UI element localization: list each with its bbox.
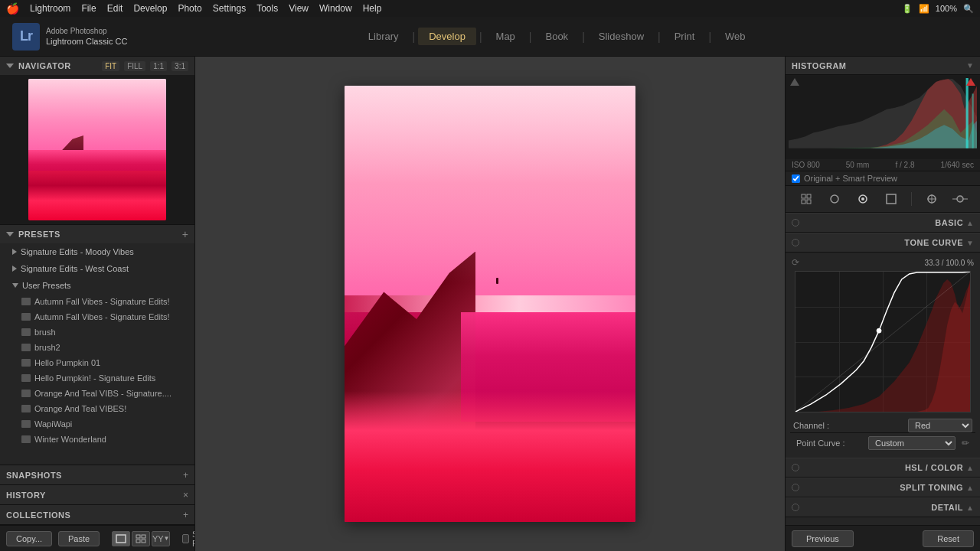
copy-button[interactable]: Copy... bbox=[6, 531, 52, 546]
adjustment-brush-tool[interactable] bbox=[923, 191, 940, 207]
nav-tabs: Library | Develop | Map | Book | Slidesh… bbox=[145, 28, 968, 45]
tone-curve-collapse-dot[interactable] bbox=[792, 239, 799, 246]
main-layout: Navigator FIT FILL 1:1 3:1 bbox=[0, 57, 980, 551]
collections-add-btn[interactable]: + bbox=[183, 510, 188, 520]
presets-header[interactable]: Presets + bbox=[0, 225, 194, 243]
zoom-3-1[interactable]: 3:1 bbox=[172, 61, 188, 71]
shutter-value: 1/640 sec bbox=[941, 161, 974, 169]
zoom-fill[interactable]: FILL bbox=[124, 61, 145, 71]
smart-preview-checkbox[interactable] bbox=[792, 174, 800, 183]
list-item[interactable]: brush2 bbox=[0, 340, 194, 355]
tab-develop[interactable]: Develop bbox=[418, 28, 476, 45]
preset-group-moody-label: Signature Edits - Moody Vibes bbox=[21, 247, 134, 256]
tone-curve-toggle[interactable]: ▼ bbox=[966, 239, 974, 247]
spot-removal-tool[interactable] bbox=[826, 191, 843, 207]
history-header[interactable]: History × bbox=[0, 485, 194, 505]
hsl-section-header[interactable]: HSL / Color ▲ bbox=[786, 458, 980, 478]
menu-file[interactable]: File bbox=[81, 3, 96, 14]
histogram-dropdown-icon[interactable]: ▼ bbox=[966, 61, 974, 70]
navigator-header[interactable]: Navigator FIT FILL 1:1 3:1 bbox=[0, 57, 194, 75]
zoom-1-1[interactable]: 1:1 bbox=[150, 61, 167, 71]
tab-slideshow[interactable]: Slideshow bbox=[588, 28, 655, 45]
nav-sep-4: | bbox=[582, 31, 585, 43]
highlight-clip-icon[interactable] bbox=[966, 78, 975, 86]
crop-overlay-tool[interactable] bbox=[883, 191, 900, 207]
menu-lightroom[interactable]: Lightroom bbox=[30, 3, 70, 14]
hsl-section-toggle[interactable]: ▲ bbox=[966, 464, 974, 472]
list-item[interactable]: Autumn Fall Vibes - Signature Edits! bbox=[0, 309, 194, 324]
point-curve-select[interactable]: Custom Linear Medium Contrast Strong Con… bbox=[868, 436, 956, 450]
menu-settings[interactable]: Settings bbox=[213, 3, 246, 14]
reset-button[interactable]: Reset bbox=[923, 530, 974, 547]
list-item[interactable]: Hello Pumpkin! - Signature Edits bbox=[0, 370, 194, 386]
tone-curve-point-tool[interactable] bbox=[952, 191, 969, 207]
list-item[interactable]: Orange And Teal VIBS - Signature.... bbox=[0, 386, 194, 401]
split-toning-toggle[interactable]: ▲ bbox=[966, 484, 974, 492]
menu-view[interactable]: View bbox=[289, 3, 309, 14]
tone-curve-section-header[interactable]: Tone Curve ▼ bbox=[786, 233, 980, 253]
menu-help[interactable]: Help bbox=[363, 3, 382, 14]
presets-add-btn[interactable]: + bbox=[182, 229, 188, 240]
split-toning-section-header[interactable]: Split Toning ▲ bbox=[786, 478, 980, 497]
preset-icon bbox=[21, 359, 31, 367]
histogram-header[interactable]: Histogram ▼ bbox=[786, 57, 980, 75]
previous-button[interactable]: Previous bbox=[792, 530, 854, 547]
view-option[interactable]: YY ▼ bbox=[152, 531, 170, 546]
channel-select[interactable]: Red Green Blue Luminance bbox=[908, 419, 972, 432]
menu-tools[interactable]: Tools bbox=[256, 3, 278, 14]
tab-library[interactable]: Library bbox=[358, 28, 410, 45]
tab-map[interactable]: Map bbox=[485, 28, 526, 45]
hsl-collapse-dot[interactable] bbox=[792, 464, 799, 471]
tab-print[interactable]: Print bbox=[664, 28, 706, 45]
preset-icon bbox=[21, 328, 31, 336]
preset-group-user[interactable]: User Presets bbox=[0, 277, 194, 294]
basic-section-header[interactable]: Basic ▲ bbox=[786, 213, 980, 233]
menu-develop[interactable]: Develop bbox=[133, 3, 167, 14]
collections-header[interactable]: Collections + bbox=[0, 505, 194, 525]
list-item[interactable]: Winter Wonderland bbox=[0, 432, 194, 447]
shadow-clip-icon[interactable] bbox=[790, 78, 799, 86]
svg-rect-1 bbox=[136, 535, 140, 538]
preset-group-coast[interactable]: Signature Edits - West Coast bbox=[0, 260, 194, 277]
paste-button[interactable]: Paste bbox=[58, 531, 100, 546]
snapshots-header[interactable]: Snapshots + bbox=[0, 465, 194, 485]
menu-edit[interactable]: Edit bbox=[107, 3, 123, 14]
list-item[interactable]: Orange And Teal VIBES! bbox=[0, 401, 194, 416]
edit-curve-icon[interactable]: ✏ bbox=[962, 438, 969, 448]
preset-arrow-moody bbox=[12, 249, 17, 255]
view-grid[interactable] bbox=[132, 531, 150, 546]
detail-collapse-dot[interactable] bbox=[792, 504, 799, 511]
curve-refresh-icon[interactable]: ⟳ bbox=[792, 257, 799, 268]
menu-window[interactable]: Window bbox=[319, 3, 352, 14]
search-icon[interactable]: 🔍 bbox=[963, 4, 974, 14]
apple-menu[interactable]: 🍎 bbox=[6, 2, 19, 15]
list-item[interactable]: Hello Pumpkin 01 bbox=[0, 355, 194, 370]
view-single[interactable] bbox=[112, 531, 130, 546]
detail-section-toggle[interactable]: ▲ bbox=[966, 504, 974, 512]
basic-section-toggle[interactable]: ▲ bbox=[966, 219, 974, 227]
company-name: Adobe Photoshop bbox=[46, 26, 127, 36]
focal-value: 50 mm bbox=[846, 161, 870, 169]
crop-tool[interactable] bbox=[798, 191, 815, 207]
basic-collapse-dot[interactable] bbox=[792, 219, 799, 227]
snapshots-add-btn[interactable]: + bbox=[183, 470, 188, 481]
dropdown-arrow: ▼ bbox=[164, 535, 170, 542]
detail-section-header[interactable]: Detail ▲ bbox=[786, 497, 980, 517]
split-toning-collapse-dot[interactable] bbox=[792, 484, 799, 491]
history-close-btn[interactable]: × bbox=[183, 490, 188, 500]
preset-group-moody[interactable]: Signature Edits - Moody Vibes bbox=[0, 243, 194, 260]
tab-book[interactable]: Book bbox=[534, 28, 579, 45]
targeted-adjustment-tool[interactable] bbox=[854, 191, 871, 207]
list-item[interactable]: brush bbox=[0, 324, 194, 340]
list-item[interactable]: Autumn Fall Vibes - Signature Edits! bbox=[0, 294, 194, 309]
hsl-section-title: HSL / Color bbox=[804, 463, 963, 472]
zoom-fit[interactable]: FIT bbox=[102, 61, 119, 71]
preset-icon bbox=[21, 435, 31, 443]
list-item[interactable]: WapiWapi bbox=[0, 416, 194, 432]
tab-web[interactable]: Web bbox=[714, 28, 756, 45]
curve-box[interactable] bbox=[795, 271, 971, 412]
nav-sep-5: | bbox=[658, 31, 661, 43]
soft-proof-checkbox[interactable] bbox=[182, 534, 189, 543]
menu-photo[interactable]: Photo bbox=[178, 3, 201, 14]
view-buttons: YY ▼ bbox=[112, 531, 170, 546]
